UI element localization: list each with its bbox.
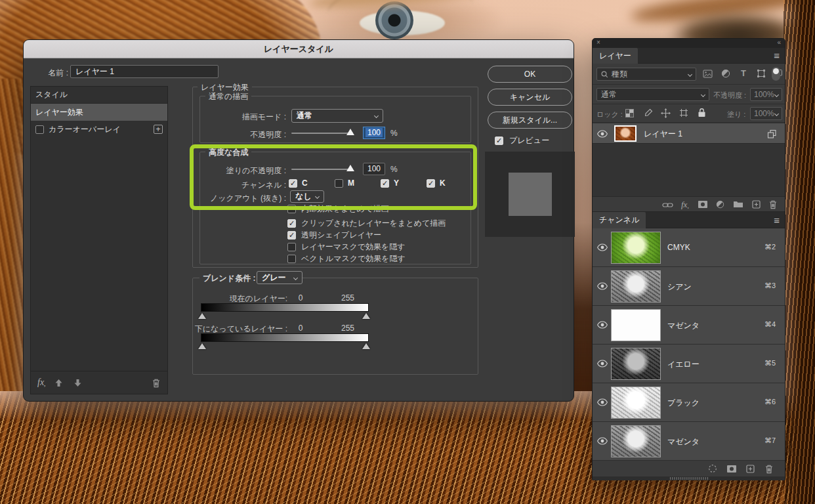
- underlying-layer-highlight-marker[interactable]: [362, 343, 370, 349]
- new-channel-plus-icon[interactable]: [746, 465, 755, 473]
- layer-blend-mode-select[interactable]: 通常: [596, 88, 709, 101]
- ok-button[interactable]: OK: [488, 66, 572, 83]
- layer-name[interactable]: レイヤー 1: [644, 129, 682, 140]
- underlying-layer-shadow-marker[interactable]: [198, 343, 206, 349]
- channel-visibility-eye-icon[interactable]: [597, 437, 608, 445]
- layers-menu-icon[interactable]: ≡: [774, 51, 780, 61]
- lock-transparency-icon[interactable]: [625, 109, 634, 117]
- channel-c-checkbox[interactable]: [289, 179, 297, 188]
- vector-mask-hides-row[interactable]: ベクトルマスクで効果を隠す: [287, 253, 406, 264]
- filter-shape-layers-icon[interactable]: [757, 69, 766, 78]
- layers-opacity-value[interactable]: 100%: [750, 88, 782, 101]
- opacity-input[interactable]: 100: [363, 127, 385, 139]
- channel-row-yellow[interactable]: イエロー ⌘5: [593, 345, 785, 383]
- preview-row[interactable]: プレビュー: [495, 135, 549, 146]
- channel-thumbnail[interactable]: [611, 232, 661, 264]
- new-layer-plus-icon[interactable]: [752, 200, 761, 209]
- move-up-icon[interactable]: [54, 379, 63, 387]
- channel-y-checkbox[interactable]: [381, 179, 389, 188]
- current-layer-shadow-marker[interactable]: [198, 313, 206, 319]
- channel-thumbnail[interactable]: [611, 309, 661, 341]
- channel-thumbnail[interactable]: [611, 425, 661, 457]
- new-group-folder-icon[interactable]: [733, 200, 743, 208]
- styles-item-color-overlay[interactable]: カラーオーバーレイ +: [31, 121, 167, 138]
- channel-row-magenta[interactable]: マゼンタ ⌘4: [593, 306, 785, 345]
- layer-mask-hides-row[interactable]: レイヤーマスクで効果を隠す: [287, 242, 406, 253]
- lock-artboard-icon[interactable]: [679, 108, 688, 117]
- blend-mode-select[interactable]: 通常: [291, 109, 383, 123]
- blend-clipped-row[interactable]: クリップされたレイヤーをまとめて描画: [287, 218, 446, 229]
- cancel-button[interactable]: キャンセル: [488, 89, 572, 106]
- delete-channel-trash-icon[interactable]: [764, 464, 774, 474]
- link-layers-icon[interactable]: [662, 202, 673, 208]
- filter-toggle-switch[interactable]: [772, 67, 780, 81]
- dialog-titlebar[interactable]: レイヤースタイル: [24, 40, 574, 58]
- transparency-shapes-row[interactable]: 透明シェイプレイヤー: [287, 230, 381, 241]
- collapse-panel-icon[interactable]: «: [777, 39, 781, 46]
- panel-resize-grip[interactable]: [593, 476, 785, 480]
- lock-pixels-brush-icon[interactable]: [644, 108, 653, 117]
- channel-row-cyan[interactable]: シアン ⌘3: [593, 267, 785, 306]
- layer-row[interactable]: レイヤー 1: [593, 123, 785, 144]
- adjustment-layer-icon[interactable]: [716, 200, 724, 209]
- lock-all-icon[interactable]: [698, 108, 706, 117]
- channel-thumbnail[interactable]: [611, 387, 661, 419]
- current-layer-gradient[interactable]: [201, 303, 369, 312]
- channel-thumbnail[interactable]: [611, 348, 661, 380]
- layer-name-input[interactable]: レイヤー 1: [70, 65, 219, 78]
- channel-visibility-eye-icon[interactable]: [597, 282, 608, 290]
- channel-k-checkbox[interactable]: [427, 179, 435, 188]
- channel-visibility-eye-icon[interactable]: [597, 398, 608, 406]
- channel-m[interactable]: M: [335, 178, 354, 188]
- filter-pixel-layers-icon[interactable]: [703, 70, 713, 78]
- fx-icon[interactable]: fx̦: [37, 377, 44, 388]
- move-down-icon[interactable]: [73, 379, 82, 387]
- channel-visibility-eye-icon[interactable]: [597, 243, 608, 251]
- channel-row-cmyk[interactable]: CMYK ⌘2: [593, 228, 785, 267]
- preview-checkbox[interactable]: [495, 136, 503, 145]
- layer-mask-hides-checkbox[interactable]: [287, 243, 296, 251]
- load-selection-icon[interactable]: [708, 464, 717, 473]
- underlying-layer-gradient[interactable]: [201, 333, 369, 342]
- channel-row-magenta-2[interactable]: マゼンタ ⌘7: [593, 422, 785, 461]
- add-mask-icon[interactable]: [698, 200, 708, 209]
- save-selection-as-channel-icon[interactable]: [726, 465, 737, 473]
- channels-menu-icon[interactable]: ≡: [774, 215, 780, 226]
- layers-fill-value[interactable]: 100%: [750, 107, 782, 120]
- tab-layers[interactable]: レイヤー: [593, 48, 638, 64]
- layer-visibility-eye-icon[interactable]: [597, 130, 608, 138]
- delete-layer-trash-icon[interactable]: [768, 200, 778, 209]
- tab-channels[interactable]: チャンネル: [593, 212, 646, 228]
- channel-y[interactable]: Y: [381, 178, 399, 188]
- lock-position-icon[interactable]: [661, 108, 671, 118]
- channel-m-checkbox[interactable]: [335, 179, 343, 188]
- channel-visibility-eye-icon[interactable]: [597, 321, 608, 329]
- add-effect-plus-button[interactable]: +: [154, 125, 163, 134]
- fill-opacity-slider-track[interactable]: [291, 169, 353, 170]
- styles-item-layer-effects[interactable]: レイヤー効果: [31, 104, 167, 121]
- filter-adjustment-layers-icon[interactable]: [721, 69, 730, 78]
- blend-clipped-checkbox[interactable]: [287, 219, 296, 228]
- delete-effect-trash-icon[interactable]: [152, 378, 161, 388]
- close-icon[interactable]: ×: [596, 39, 600, 46]
- blend-if-mode-select[interactable]: グレー: [257, 271, 303, 284]
- fill-opacity-slider-thumb[interactable]: [346, 165, 354, 171]
- layer-style-fx-icon[interactable]: fx̦: [681, 200, 687, 210]
- color-overlay-checkbox[interactable]: [35, 125, 44, 134]
- opacity-slider-track[interactable]: [291, 133, 353, 134]
- blend-interior-row[interactable]: 内部効果をまとめて描画: [287, 203, 388, 215]
- fill-opacity-input[interactable]: 100: [363, 163, 385, 175]
- filter-type-layers-icon[interactable]: T: [741, 68, 746, 78]
- layer-filter-select[interactable]: 種類: [596, 68, 696, 81]
- opacity-slider-thumb[interactable]: [346, 129, 354, 135]
- layer-thumbnail[interactable]: [614, 125, 637, 142]
- transparency-shapes-checkbox[interactable]: [287, 231, 296, 240]
- current-layer-highlight-marker[interactable]: [362, 313, 370, 319]
- vector-mask-hides-checkbox[interactable]: [287, 255, 296, 263]
- knockout-select[interactable]: なし: [290, 190, 324, 203]
- channel-thumbnail[interactable]: [611, 270, 661, 303]
- blend-interior-checkbox[interactable]: [287, 205, 296, 213]
- channel-row-black[interactable]: ブラック ⌘6: [593, 383, 785, 422]
- channel-k[interactable]: K: [427, 178, 446, 188]
- channel-c[interactable]: C: [289, 178, 308, 188]
